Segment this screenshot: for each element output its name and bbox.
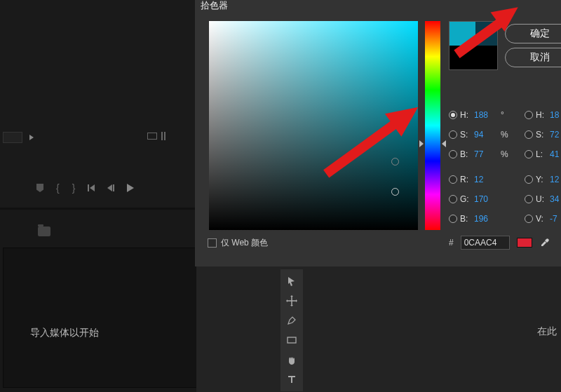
crop-tool-icon[interactable] bbox=[282, 292, 302, 310]
web-only-row: 仅 Web 颜色 bbox=[208, 237, 268, 249]
value-r[interactable]: 12 bbox=[474, 175, 498, 184]
hex-prefix: # bbox=[449, 238, 454, 248]
value-b[interactable]: 77 bbox=[474, 149, 498, 159]
radio-b2[interactable] bbox=[449, 215, 457, 223]
value-s2[interactable]: 72 bbox=[550, 130, 561, 140]
color-field-indicator-secondary bbox=[391, 188, 399, 196]
add-marker-icon[interactable] bbox=[36, 184, 43, 192]
value-h[interactable]: 188 bbox=[474, 110, 498, 120]
cancel-button-label: 取消 bbox=[530, 51, 550, 64]
hue-indicator-left-icon bbox=[419, 140, 424, 147]
play-icon[interactable] bbox=[29, 135, 34, 140]
radio-v[interactable] bbox=[525, 215, 533, 223]
hex-row: # bbox=[449, 236, 550, 250]
label-s: S: bbox=[460, 130, 471, 140]
value-s[interactable]: 94 bbox=[474, 130, 498, 140]
arrow-tool-icon[interactable] bbox=[282, 272, 302, 290]
transport-bar: { } bbox=[36, 182, 134, 194]
mark-in-icon[interactable]: { bbox=[56, 182, 60, 194]
web-only-checkbox[interactable] bbox=[208, 238, 217, 248]
hue-slider[interactable] bbox=[425, 21, 440, 230]
monitor-area: { } bbox=[0, 0, 196, 207]
radio-l[interactable] bbox=[525, 150, 533, 158]
unit-s: % bbox=[501, 130, 511, 140]
radio-s[interactable] bbox=[449, 130, 457, 139]
eyedropper-icon[interactable] bbox=[539, 237, 550, 248]
label-g: G: bbox=[460, 194, 471, 204]
split-icon[interactable] bbox=[161, 132, 165, 140]
radio-u[interactable] bbox=[525, 195, 533, 203]
step-back-icon[interactable] bbox=[107, 184, 114, 191]
unit-b: % bbox=[501, 149, 511, 159]
ok-button-label: 确定 bbox=[530, 27, 550, 40]
vertical-toolbar bbox=[280, 269, 303, 391]
pen-tool-icon[interactable] bbox=[282, 311, 302, 330]
rectangle-tool-icon[interactable] bbox=[282, 331, 302, 349]
import-hint-text: 导入媒体以开始 bbox=[30, 327, 99, 339]
bin-icon[interactable] bbox=[38, 227, 50, 236]
value-u[interactable]: 34 bbox=[550, 194, 561, 204]
hand-tool-icon[interactable] bbox=[282, 351, 302, 369]
svg-rect-0 bbox=[288, 337, 296, 343]
radio-s2[interactable] bbox=[525, 130, 533, 139]
left-panel: { } 导入媒体以开始 bbox=[0, 0, 196, 392]
web-only-label: 仅 Web 颜色 bbox=[221, 237, 268, 249]
label-v: V: bbox=[536, 214, 547, 224]
radio-h[interactable] bbox=[449, 111, 457, 119]
value-g[interactable]: 170 bbox=[474, 194, 498, 204]
view-controls bbox=[147, 132, 165, 140]
radio-r[interactable] bbox=[449, 175, 457, 184]
label-h: H: bbox=[460, 110, 471, 120]
label-r: R: bbox=[460, 175, 471, 184]
value-l[interactable]: 41 bbox=[550, 149, 561, 159]
label-h2: H: bbox=[536, 110, 547, 120]
unit-h: ° bbox=[501, 110, 511, 120]
label-l: L: bbox=[536, 149, 547, 159]
label-b2: B: bbox=[460, 214, 471, 224]
value-h2[interactable]: 18 bbox=[550, 110, 561, 120]
warning-swatch[interactable] bbox=[517, 238, 532, 248]
color-field-indicator bbox=[391, 158, 399, 165]
radio-h2[interactable] bbox=[525, 111, 533, 119]
right-footer-text: 在此 bbox=[537, 325, 557, 338]
label-u: U: bbox=[536, 194, 547, 204]
hex-input[interactable] bbox=[461, 236, 510, 250]
label-b: B: bbox=[460, 149, 471, 159]
mark-out-icon[interactable]: } bbox=[72, 182, 76, 194]
zoom-controls bbox=[3, 132, 34, 143]
frame-icon[interactable] bbox=[147, 133, 157, 140]
cancel-button[interactable]: 取消 bbox=[505, 48, 561, 67]
label-s2: S: bbox=[536, 130, 547, 140]
type-tool-icon[interactable] bbox=[282, 370, 302, 388]
dialog-title: 拾色器 bbox=[201, 0, 228, 11]
value-v[interactable]: -7 bbox=[550, 214, 561, 224]
hsl-yuv-column: H:18 S:72 L:41 Y:12 U:34 V:-7 bbox=[525, 105, 561, 229]
radio-y[interactable] bbox=[525, 175, 533, 184]
label-y: Y: bbox=[536, 175, 547, 184]
play-button-icon[interactable] bbox=[127, 184, 134, 192]
radio-b[interactable] bbox=[449, 150, 457, 158]
radio-g[interactable] bbox=[449, 195, 457, 203]
go-to-in-icon[interactable] bbox=[88, 184, 95, 191]
hue-indicator-right-icon bbox=[442, 140, 446, 147]
zoom-dropdown[interactable] bbox=[3, 132, 22, 143]
value-b2[interactable]: 196 bbox=[474, 214, 498, 224]
value-y[interactable]: 12 bbox=[550, 175, 561, 184]
